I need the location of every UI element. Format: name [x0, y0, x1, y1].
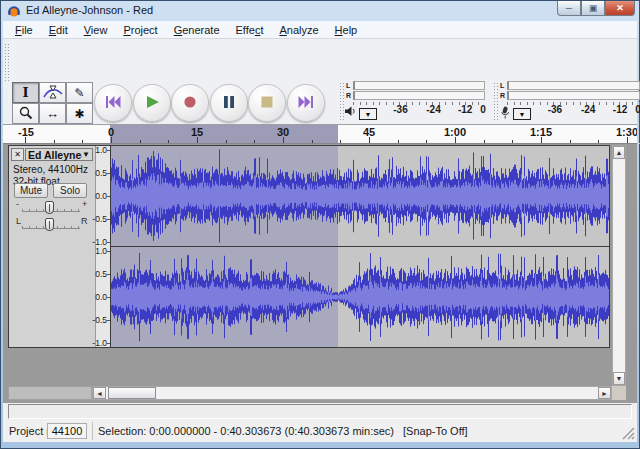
amp-scale-label: -1.0: [92, 338, 107, 348]
scroll-left-button[interactable]: ◄: [93, 387, 106, 399]
timeline-selection-highlight: [110, 125, 338, 144]
waveform-channel-right[interactable]: [111, 247, 609, 347]
output-meter-R-bar: [353, 91, 485, 100]
record-button[interactable]: [171, 84, 209, 122]
amp-scale-tick: [107, 219, 110, 220]
input-meter-R-label: R: [500, 92, 505, 99]
input-meter-L-bar: [507, 81, 640, 90]
scroll-right-button[interactable]: ►: [598, 387, 611, 399]
title-bar[interactable]: Ed Alleyne-Johnson - Red ─ ▣ ✕: [0, 0, 640, 21]
timeline-tick: [598, 140, 599, 143]
track-close-icon: ✕: [14, 150, 21, 159]
solo-button[interactable]: Solo: [53, 183, 87, 198]
scroll-down-icon: ▼: [616, 375, 623, 382]
envelope-tool-button[interactable]: [39, 82, 66, 103]
waveform-display: [111, 146, 609, 347]
menu-generate[interactable]: Generate: [166, 23, 228, 37]
menu-effect[interactable]: Effect: [228, 23, 272, 37]
selection-tool-button[interactable]: I: [12, 82, 39, 103]
gain-slider-thumb[interactable]: [45, 201, 54, 214]
menu-analyze[interactable]: Analyze: [271, 23, 326, 37]
menu-help[interactable]: Help: [327, 23, 366, 37]
scroll-up-icon: ▲: [616, 149, 623, 156]
timeline-tick: [168, 140, 169, 143]
timeshift-tool-button[interactable]: ↔: [39, 103, 66, 124]
meter-microphone-icon: [499, 106, 511, 122]
amp-scale-label: 0.5: [95, 269, 107, 279]
mute-button[interactable]: Mute: [14, 183, 48, 198]
input-meter-dropdown[interactable]: ▼: [513, 108, 531, 120]
timeline-tick: [512, 140, 513, 143]
input-meter-grip[interactable]: [493, 82, 498, 121]
horizontal-scrollbar-thumb[interactable]: [108, 387, 156, 399]
pan-slider-thumb[interactable]: [45, 218, 54, 231]
amp-scale-tick: [107, 150, 110, 151]
play-button[interactable]: [133, 84, 171, 122]
track-area: ✕ Ed Alleyne- ▼ Stereo, 44100Hz 32-bit f…: [3, 144, 637, 403]
amp-scale-label: 1.0: [95, 246, 107, 256]
stop-button[interactable]: [248, 84, 286, 122]
track-close-button[interactable]: ✕: [11, 148, 24, 161]
track-title-menu[interactable]: Ed Alleyne- ▼: [25, 148, 93, 161]
scroll-up-button[interactable]: ▲: [613, 146, 625, 159]
timeline-tick: [484, 140, 485, 143]
minimize-button[interactable]: ─: [557, 1, 581, 16]
maximize-button[interactable]: ▣: [581, 1, 605, 16]
zoom-tool-icon: [19, 106, 33, 122]
resize-grip-icon[interactable]: [621, 426, 636, 440]
timeline-tick: [54, 140, 55, 143]
scroll-down-button[interactable]: ▼: [613, 372, 625, 385]
menu-edit[interactable]: Edit: [41, 23, 76, 37]
input-meter: LR-36-24-120▼: [492, 80, 640, 123]
timeline-tick: [570, 140, 571, 143]
timeline-tick: [426, 140, 427, 143]
timeline-tick: [226, 140, 227, 143]
amp-scale-tick: [107, 242, 110, 243]
meter-speaker-icon: [345, 106, 357, 119]
skip-to-start-button[interactable]: [94, 84, 132, 122]
close-icon: ✕: [616, 3, 624, 13]
tools-toolbar-grip[interactable]: [4, 43, 9, 81]
menu-view[interactable]: View: [76, 23, 116, 37]
zoom-tool-button[interactable]: [12, 103, 39, 124]
scrollbar-corner: [612, 386, 626, 400]
output-meter: LR-36-24-120▼: [338, 80, 490, 123]
output-meter-R-label: R: [346, 92, 351, 99]
output-meter-dropdown[interactable]: ▼: [359, 108, 377, 120]
multi-tool-button[interactable]: ✱: [66, 103, 93, 124]
menu-file[interactable]: File: [7, 23, 41, 37]
draw-tool-button[interactable]: ✎: [66, 82, 93, 103]
multi-tool-icon: ✱: [74, 107, 84, 121]
pause-icon: [221, 95, 237, 111]
pause-button[interactable]: [210, 84, 248, 122]
amp-scale-tick: [107, 274, 110, 275]
amp-scale-tick: [107, 320, 110, 321]
output-meter-scale--12: -12: [458, 104, 472, 115]
close-button[interactable]: ✕: [605, 1, 635, 16]
status-bar: Project rate: 44100 Selection: 0:00.0000…: [3, 420, 637, 442]
input-meter-scale--36: -36: [548, 104, 562, 115]
skip-to-end-button[interactable]: [287, 84, 325, 122]
menu-project[interactable]: Project: [115, 23, 165, 37]
track-menu-arrow-icon: ▼: [82, 150, 90, 159]
stop-icon: [259, 95, 275, 111]
waveform-channel-left[interactable]: [111, 146, 609, 246]
amp-scale-tick: [107, 297, 110, 298]
vertical-scrollbar[interactable]: ▲ ▼: [612, 145, 626, 386]
timeline-ruler[interactable]: -1501530451:001:151:30: [3, 125, 637, 144]
output-meter-L-label: L: [346, 82, 350, 89]
pan-right-label: R: [81, 216, 88, 226]
timeline-tick: [627, 137, 628, 143]
amp-scale-tick: [107, 343, 110, 344]
scroll-right-icon: ►: [601, 390, 608, 397]
horizontal-scrollbar[interactable]: ◄ ►: [92, 386, 612, 400]
amp-scale-label: -0.5: [92, 214, 107, 224]
input-meter-scale--24: -24: [581, 104, 595, 115]
timeline-tick: [369, 137, 370, 143]
gain-max-label: +: [82, 199, 87, 209]
snap-to-status: [Snap-To Off]: [403, 425, 468, 437]
input-meter-L-label: L: [500, 82, 504, 89]
envelope-tool-icon: [43, 85, 63, 101]
output-meter-grip[interactable]: [339, 82, 344, 121]
timeline-tick: [82, 140, 83, 143]
